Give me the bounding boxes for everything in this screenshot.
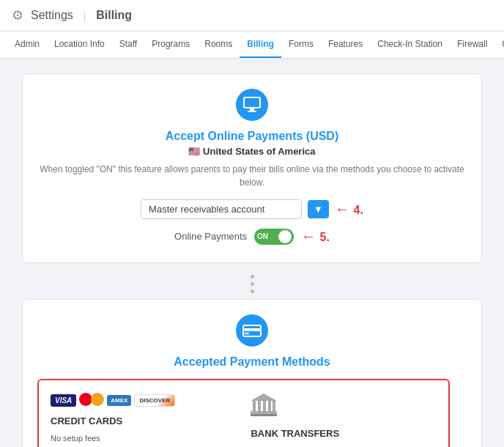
online-payments-toggle-row: Online Payments ON ← 5.	[37, 228, 467, 245]
nav-forms[interactable]: Forms	[281, 32, 321, 58]
nav-billing[interactable]: Billing	[240, 32, 281, 58]
credit-card-icon	[236, 314, 268, 347]
payment-methods-grid: VISA AMEX DISCOVER CREDIT CARDS No setup…	[37, 379, 450, 447]
top-nav: Admin Location Info Staff Programs Rooms…	[0, 32, 504, 59]
step-5-label: 5.	[320, 231, 330, 243]
svg-rect-5	[245, 333, 249, 334]
svg-rect-12	[251, 411, 277, 414]
arrow-5-annotation: ← 5.	[301, 228, 330, 245]
nav-firewall[interactable]: Firewall	[450, 32, 494, 58]
nav-crm[interactable]: CRM	[494, 32, 504, 58]
toggle-circle	[278, 230, 292, 243]
svg-rect-1	[250, 108, 254, 111]
app-header: ⚙ Settings | Billing	[0, 0, 504, 32]
section-title: Billing	[96, 9, 132, 22]
dot-2	[251, 282, 254, 286]
toggle-on-text: ON	[257, 232, 268, 240]
nav-admin[interactable]: Admin	[7, 32, 47, 58]
credit-cards-title: CREDIT CARDS	[51, 415, 236, 426]
main-content: Accept Online Payments (USD) 🇺🇸 United S…	[0, 59, 504, 447]
settings-icon: ⚙	[12, 7, 23, 23]
card-logos: VISA AMEX DISCOVER	[51, 392, 236, 408]
dot-3	[251, 289, 254, 293]
discover-logo: DISCOVER	[134, 394, 175, 407]
receivables-account-dropdown[interactable]: Master receivables account	[141, 199, 302, 219]
online-payments-title: Accept Online Payments (USD)	[37, 130, 467, 143]
svg-marker-6	[251, 394, 277, 401]
svg-rect-2	[248, 111, 256, 112]
nav-location-info[interactable]: Location Info	[47, 32, 112, 58]
nav-rooms[interactable]: Rooms	[197, 32, 240, 58]
dropdown-expand-button[interactable]: ▼	[308, 200, 329, 218]
payment-methods-title: Accepted Payment Methods	[37, 355, 467, 369]
bank-icon	[251, 392, 437, 422]
nav-staff[interactable]: Staff	[112, 32, 144, 58]
nav-features[interactable]: Features	[321, 32, 370, 58]
dots-separator	[22, 275, 482, 293]
monitor-icon	[236, 89, 268, 121]
nav-checkin-station[interactable]: Check-In Station	[370, 32, 450, 58]
svg-rect-8	[258, 401, 261, 411]
svg-rect-9	[263, 401, 266, 411]
dropdown-row: Master receivables account ▼ ← 4.	[37, 199, 467, 219]
visa-logo: VISA	[51, 394, 76, 407]
arrow-4-annotation: ← 4.	[335, 201, 363, 218]
svg-rect-11	[273, 401, 275, 411]
credit-cards-column: VISA AMEX DISCOVER CREDIT CARDS No setup…	[51, 392, 236, 447]
svg-rect-13	[251, 414, 277, 416]
svg-rect-10	[268, 401, 271, 411]
credit-cards-features: No setup fees No monthly or hidden fees …	[51, 432, 236, 447]
online-payments-desc: When toggled "ON" this feature allows pa…	[37, 163, 467, 189]
bank-transfers-column: BANK TRANSFERS No setup fees No monthly …	[251, 392, 437, 447]
online-payments-subtitle: 🇺🇸 United States of America	[37, 146, 467, 157]
online-payments-toggle[interactable]: ON	[254, 229, 294, 245]
app-title: Settings	[31, 9, 73, 22]
dot-1	[251, 275, 254, 278]
mastercard-logo	[79, 392, 104, 408]
svg-rect-7	[253, 401, 256, 411]
online-payments-card: Accept Online Payments (USD) 🇺🇸 United S…	[22, 73, 482, 263]
svg-rect-4	[243, 328, 261, 331]
section-icon-wrap	[37, 89, 467, 121]
svg-rect-0	[244, 97, 260, 108]
amex-logo: AMEX	[107, 395, 131, 406]
payment-icon-wrap	[37, 314, 467, 347]
bank-transfers-title: BANK TRANSFERS	[251, 428, 437, 439]
nav-programs[interactable]: Programs	[144, 32, 197, 58]
header-divider: |	[84, 10, 86, 21]
step-4-label: 4.	[354, 204, 363, 216]
online-payments-toggle-label: Online Payments	[174, 231, 247, 242]
payment-methods-card: Accepted Payment Methods VISA AMEX DISCO…	[22, 299, 482, 447]
